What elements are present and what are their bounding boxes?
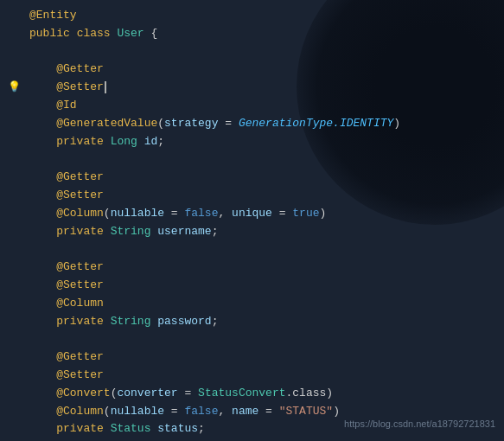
line-code: @Getter xyxy=(26,259,497,277)
code-line: @Column(nullable = false, unique = true) xyxy=(0,205,504,223)
code-line xyxy=(0,330,504,348)
code-content: @Entity public class User { @Getter 💡 @S… xyxy=(0,0,504,441)
code-line: @Column xyxy=(0,295,504,313)
code-line: private String username; xyxy=(0,223,504,241)
token-annotation: @Entity xyxy=(29,9,77,22)
line-code xyxy=(26,150,497,169)
line-code: @Getter xyxy=(26,169,497,187)
line-code: @Column(nullable = false, unique = true) xyxy=(26,205,497,223)
line-code: @GeneratedValue(strategy = GenerationTyp… xyxy=(26,115,497,133)
line-code xyxy=(26,330,497,348)
line-code: private String password; xyxy=(26,313,497,331)
code-line xyxy=(0,43,504,61)
code-line xyxy=(0,150,504,169)
code-line: @Setter xyxy=(0,367,504,385)
code-line: @Getter xyxy=(0,348,504,367)
line-code: private Long id; xyxy=(26,133,497,151)
code-line: public class User { xyxy=(0,25,504,43)
code-editor: @Entity public class User { @Getter 💡 @S… xyxy=(0,0,504,441)
line-code: public class User { xyxy=(26,25,497,43)
watermark: https://blog.csdn.net/a18792721831 xyxy=(344,417,495,432)
code-line: 💡 @Setter xyxy=(0,79,504,97)
token-keyword: public xyxy=(29,27,70,40)
line-code: @Setter xyxy=(26,187,497,205)
bulb-icon[interactable]: 💡 xyxy=(8,80,21,96)
code-line: @Entity xyxy=(0,7,504,25)
code-line xyxy=(0,240,504,259)
code-line: @Convert(converter = StatusConvert.class… xyxy=(0,385,504,403)
line-code: @Setter xyxy=(26,277,497,295)
code-line: @Setter xyxy=(0,187,504,205)
line-code: @Setter xyxy=(26,79,497,97)
code-line: private String password; xyxy=(0,313,504,331)
line-code xyxy=(26,43,497,61)
line-code: @Getter xyxy=(26,348,497,367)
line-gutter: 💡 xyxy=(0,80,26,96)
text-cursor xyxy=(105,81,106,93)
code-line: @Setter xyxy=(0,277,504,295)
code-line: @Getter xyxy=(0,259,504,277)
line-code: @Convert(converter = StatusConvert.class… xyxy=(26,385,497,403)
line-code: @Getter xyxy=(26,61,497,79)
code-line: @GeneratedValue(strategy = GenerationTyp… xyxy=(0,115,504,133)
line-code: @Id xyxy=(26,97,497,115)
code-line: @Id xyxy=(0,97,504,115)
code-line: @Getter xyxy=(0,61,504,79)
code-line: private Long id; xyxy=(0,133,504,151)
code-line: @Getter xyxy=(0,169,504,187)
line-code: @Column xyxy=(26,295,497,313)
line-code: @Setter xyxy=(26,367,497,385)
line-code: @Entity xyxy=(26,7,497,25)
line-code xyxy=(26,240,497,259)
line-code: private String username; xyxy=(26,223,497,241)
